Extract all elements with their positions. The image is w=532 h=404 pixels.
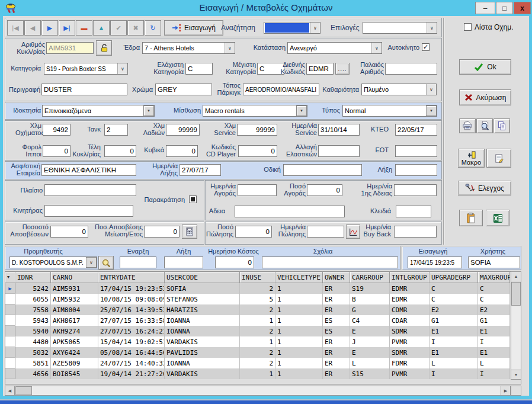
chevron-down-icon[interactable]: ▼ xyxy=(143,105,154,116)
grid-cell[interactable]: 7558 xyxy=(15,304,51,315)
nav-delete-button[interactable]: ▬ xyxy=(76,20,92,36)
grid-cell[interactable]: BOI8545 xyxy=(51,368,98,379)
print-button[interactable] xyxy=(459,118,476,133)
scroll-down-icon[interactable]: ▼ xyxy=(511,370,521,380)
nav-edit-button[interactable]: ▲ xyxy=(93,20,110,36)
minimize-button[interactable]: – xyxy=(475,2,495,14)
chevron-down-icon[interactable]: ∨ xyxy=(86,257,97,268)
reg-number-field[interactable]: AIM5931 xyxy=(46,42,94,54)
grid-cell[interactable]: E1 xyxy=(478,347,510,358)
grid-cell[interactable]: ER xyxy=(323,368,350,379)
grid-cell[interactable]: SOFIA xyxy=(165,283,240,294)
row-marker[interactable] xyxy=(5,304,15,315)
table-row[interactable]: ▶5242AIM593117/04/15 19:23:53SOFIA21ERS1… xyxy=(5,283,521,294)
column-header-idnr[interactable]: IDNR xyxy=(15,272,51,283)
grid-cell[interactable]: ES xyxy=(323,326,350,336)
imnia-agoras-field[interactable] xyxy=(238,184,277,196)
lock-button[interactable] xyxy=(96,40,112,56)
chevron-down-icon[interactable]: ∨ xyxy=(117,63,127,74)
poso-polisis-field[interactable]: 0 xyxy=(235,226,272,238)
grid-cell[interactable]: I xyxy=(478,368,510,379)
perigrafi-field[interactable]: DUSTER xyxy=(41,84,127,95)
table-row[interactable]: 4656BOI854519/04/14 21:27:26VARDAKIS11ER… xyxy=(5,368,521,379)
odiki-field[interactable] xyxy=(283,164,362,176)
nav-next-button[interactable]: ▶ xyxy=(41,20,58,36)
grid-cell[interactable]: I xyxy=(478,336,510,347)
check-vehicle-button[interactable]: Ελεγχος xyxy=(458,181,511,195)
grid-cell[interactable]: PVMR xyxy=(390,336,430,347)
grid-cell[interactable]: 5943 xyxy=(15,315,51,326)
grid-cell[interactable]: IOANNA xyxy=(165,315,240,326)
scroll-right-icon[interactable]: ▶ xyxy=(501,386,511,396)
grid-cell[interactable]: 5032 xyxy=(15,347,51,358)
nav-post-button[interactable]: ✔ xyxy=(110,20,127,36)
grid-cell[interactable]: 27/07/15 16:24:21 xyxy=(98,326,165,336)
column-header-usercode[interactable]: USERCODE xyxy=(165,272,240,283)
table-row[interactable]: 5943AKH861727/07/15 16:33:58IOANNA11ESC4… xyxy=(5,315,521,326)
table-row[interactable]: 4480APK506515/04/14 19:02:51VARDAKIS11ER… xyxy=(5,336,521,347)
chevron-down-icon[interactable]: ∨ xyxy=(225,43,235,53)
grid-cell[interactable]: 1 xyxy=(275,283,323,294)
kyvika-field[interactable]: 0 xyxy=(166,145,198,157)
edra-combobox[interactable]: 7 - Athens Hotels ∨ xyxy=(142,42,235,54)
parakratisi-checkbox[interactable] xyxy=(189,195,197,203)
grid-cell[interactable]: EDMR xyxy=(390,283,430,294)
grid-cell[interactable]: ER xyxy=(323,347,350,358)
xlm-oximatos-field[interactable]: 9492 xyxy=(43,124,70,136)
imnia-liksis-field[interactable]: 27/07/17 xyxy=(180,164,221,176)
eot-field[interactable] xyxy=(395,145,437,157)
row-marker[interactable] xyxy=(5,358,15,368)
chevron-down-icon[interactable]: ∨ xyxy=(427,23,437,33)
column-header-cargroup[interactable]: CARGROUP xyxy=(350,272,390,283)
grid-cell[interactable]: 4480 xyxy=(15,336,51,347)
horizontal-scroll-thumb[interactable] xyxy=(15,386,32,395)
row-marker[interactable] xyxy=(5,368,15,379)
nav-last-button[interactable]: ▶| xyxy=(59,20,75,36)
sxolia-field[interactable] xyxy=(262,256,398,268)
grid-cell[interactable]: C xyxy=(478,283,510,294)
grid-cell[interactable]: 2 xyxy=(240,358,275,368)
grid-cell[interactable]: EDMR xyxy=(390,294,430,304)
grid-cell[interactable]: PVMR xyxy=(390,368,430,379)
selected-row-marker[interactable]: ▶ xyxy=(5,283,15,294)
grid-cell[interactable]: AZE5809 xyxy=(51,358,98,368)
grid-cell[interactable]: E2 xyxy=(478,304,510,315)
grid-cell[interactable]: E1 xyxy=(430,326,478,336)
grid-cell[interactable]: E xyxy=(350,347,390,358)
diethnis-field[interactable]: EDMR xyxy=(306,63,334,75)
grid-cell[interactable]: CDAR xyxy=(390,315,430,326)
grid-cell[interactable]: APK5065 xyxy=(51,336,98,347)
grid-cell[interactable]: E2 xyxy=(430,304,478,315)
copy-button[interactable] xyxy=(493,118,510,133)
imnia-service-field[interactable]: 31/10/14 xyxy=(318,124,360,136)
vehicle-list-checkbox[interactable] xyxy=(464,23,472,31)
column-header-vehicletype[interactable]: VEHICLETYPE xyxy=(275,272,323,283)
grid-cell[interactable]: AXY6424 xyxy=(51,347,98,358)
grid-cell[interactable]: PAVLIDIS xyxy=(165,347,240,358)
table-row[interactable]: 6055AIM593210/08/15 09:08:09STEFANOS51ER… xyxy=(5,294,521,304)
grid-cell[interactable]: 27/07/15 16:33:58 xyxy=(98,315,165,326)
nav-first-button[interactable]: |◀ xyxy=(7,20,24,36)
cd-player-field[interactable]: 0 xyxy=(238,145,277,157)
grid-cell[interactable]: ER xyxy=(323,283,350,294)
liksi-field[interactable] xyxy=(395,164,437,176)
grid-cell[interactable]: C xyxy=(478,294,510,304)
grid-cell[interactable]: 1 xyxy=(275,368,323,379)
grid-cell[interactable]: B xyxy=(350,294,390,304)
grid-cell[interactable]: HARATZIS xyxy=(165,304,240,315)
idoktisia-combobox[interactable]: Επινοικιαζόμενα ▼ xyxy=(42,105,155,117)
katigoria-combobox[interactable]: S19 - Porsh Boxter SS ∨ xyxy=(44,63,128,75)
grid-cell[interactable]: 1 xyxy=(240,315,275,326)
row-marker[interactable] xyxy=(5,347,15,358)
grid-cell[interactable]: SDMR xyxy=(390,326,430,336)
chevron-down-icon[interactable]: ▼ xyxy=(426,105,437,116)
grid-cell[interactable]: 24/07/15 14:40:33 xyxy=(98,358,165,368)
grid-cell[interactable]: 1 xyxy=(275,347,323,358)
grid-cell[interactable]: 15/04/14 19:02:51 xyxy=(98,336,165,347)
grid-cell[interactable]: 1 xyxy=(240,336,275,347)
plaisio-field[interactable] xyxy=(44,184,136,196)
column-header-carno[interactable]: CARNO xyxy=(51,272,98,283)
chevron-down-icon[interactable]: ∨ xyxy=(371,43,382,53)
teli-field[interactable]: 0 xyxy=(104,145,136,157)
grid-cell[interactable]: 2 xyxy=(240,304,275,315)
